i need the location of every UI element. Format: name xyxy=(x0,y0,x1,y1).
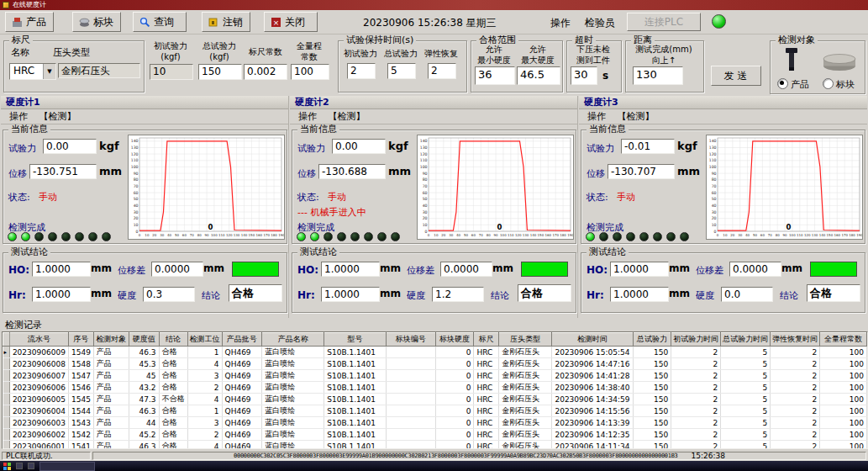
hardness-value[interactable]: 1.2 xyxy=(432,287,484,302)
displacement-value[interactable]: -130.688 xyxy=(318,164,386,179)
table-row[interactable]: 202309060061546产品43.2合格2QH469蓝白喷绘S10B.1.… xyxy=(3,382,867,394)
send-button[interactable]: 发送 xyxy=(711,66,761,86)
records-table-container[interactable]: 流水号序号检测对象硬度值结论检测工位产品批号产品名称型号标块编号标块硬度标尺压头… xyxy=(2,331,868,449)
app2-icon[interactable] xyxy=(28,463,34,469)
column-header[interactable]: 初试验力时间 xyxy=(671,333,721,347)
hr-value[interactable]: 1.0000 xyxy=(321,287,380,302)
table-row[interactable]: ▸202309060091549产品46.3合格1QH469蓝白喷绘S10B.1… xyxy=(3,347,867,358)
taskbar-item[interactable] xyxy=(39,462,95,471)
displacement-value[interactable]: -130.751 xyxy=(29,164,97,179)
title-bar: 在线硬度计 xyxy=(0,0,868,10)
column-header[interactable]: 检测对象 xyxy=(93,333,129,347)
min-hardness-value[interactable]: 36 xyxy=(475,66,515,85)
hold-f1-value[interactable]: 2 xyxy=(347,63,376,79)
force-value[interactable]: 0.00 xyxy=(43,139,97,154)
menu-detect[interactable]: 【检测】 xyxy=(39,111,76,122)
column-header[interactable]: 标尺 xyxy=(474,333,499,347)
ho-value[interactable]: 1.0000 xyxy=(610,262,669,277)
column-header[interactable]: 弹性恢复时间 xyxy=(771,333,820,347)
svg-text:20: 20 xyxy=(423,216,428,220)
table-row[interactable]: 202309060051545产品47.3不合格4QH469蓝白喷绘S10B.1… xyxy=(3,394,867,405)
column-header[interactable]: 结论 xyxy=(159,333,187,347)
menu-operation[interactable]: 操作 xyxy=(298,111,317,122)
initial-force-value[interactable]: 10 xyxy=(150,64,193,80)
distance-value[interactable]: 130 xyxy=(633,66,683,85)
radio-block[interactable]: 标块 xyxy=(823,78,855,91)
menu-operation[interactable]: 操作 xyxy=(587,111,606,122)
force-value[interactable]: 0.00 xyxy=(332,139,386,154)
hardness-value[interactable]: 0.0 xyxy=(721,287,773,302)
windows-logo-icon[interactable] xyxy=(3,463,11,470)
table-cell: 金刚石压头 xyxy=(499,417,552,429)
column-header[interactable]: 全量程常数 xyxy=(820,333,867,347)
column-header[interactable]: 产品名称 xyxy=(262,333,324,347)
table-cell: 0 xyxy=(435,429,474,441)
ho-value[interactable]: 1.0000 xyxy=(321,262,380,277)
hardness-value[interactable]: 0.3 xyxy=(143,287,195,302)
column-header[interactable]: 总试验力时间 xyxy=(721,333,771,347)
displacement-value[interactable]: -130.707 xyxy=(608,164,675,179)
status-lamp-on xyxy=(8,232,17,241)
hr-value[interactable]: 1.0000 xyxy=(610,287,669,302)
column-header[interactable]: 序号 xyxy=(68,333,93,347)
pass-indicator xyxy=(232,262,279,277)
column-header[interactable]: 总试验力 xyxy=(633,333,671,347)
table-cell: HRC xyxy=(474,441,499,450)
column-header[interactable]: 流水号 xyxy=(9,333,68,347)
status-lamp-off xyxy=(88,232,97,241)
svg-text:20: 20 xyxy=(730,233,735,237)
diff-value[interactable]: 0.0000 xyxy=(440,262,492,277)
column-header[interactable]: 压头类型 xyxy=(499,333,552,347)
table-row[interactable]: 202309060041544产品46.3合格1QH469蓝白喷绘S10B.1.… xyxy=(3,405,867,417)
close-button[interactable]: × 关闭 xyxy=(264,12,318,32)
scale-const-value[interactable]: 0.002 xyxy=(244,64,287,80)
hold-f2-value[interactable]: 5 xyxy=(387,63,416,79)
column-header[interactable]: 型号 xyxy=(324,333,386,347)
ho-value[interactable]: 1.0000 xyxy=(32,262,91,277)
table-cell: HRC xyxy=(474,417,499,429)
column-header[interactable]: 检测时间 xyxy=(552,333,633,347)
product-button[interactable]: 产品 xyxy=(5,12,54,32)
table-cell: S10B.1.1401 xyxy=(324,417,386,429)
column-header[interactable]: 检测工位 xyxy=(187,333,222,347)
timeout-value[interactable]: 30 xyxy=(571,66,597,85)
table-row[interactable]: 202309060031543产品44合格3QH469蓝白喷绘S10B.1.14… xyxy=(3,417,867,429)
svg-text:80: 80 xyxy=(197,233,203,237)
column-header[interactable]: 标块硬度 xyxy=(435,333,474,347)
column-header[interactable]: 产品批号 xyxy=(222,333,262,347)
column-header[interactable]: 标块编号 xyxy=(386,333,435,347)
table-row[interactable]: 202309060081548产品45.3合格4QH469蓝白喷绘S10B.1.… xyxy=(3,358,867,370)
menu-detect[interactable]: 【检测】 xyxy=(618,111,655,122)
connect-plc-button[interactable]: 连接PLC xyxy=(627,13,701,31)
block-button[interactable]: 标块 xyxy=(72,12,121,32)
max-hardness-value[interactable]: 46.5 xyxy=(517,66,560,85)
ho-unit: mm xyxy=(669,262,690,274)
full-scale-const-value[interactable]: 100 xyxy=(291,64,329,80)
table-cell xyxy=(386,358,435,370)
table-row[interactable]: 202309060021542产品45.2合格2QH469蓝白喷绘S10B.1.… xyxy=(3,429,867,441)
table-row[interactable]: 202309060071547产品45合格3QH469蓝白喷绘S10B.1.14… xyxy=(3,370,867,382)
table-cell: 0 xyxy=(435,417,474,429)
menu-operation[interactable]: 操作 xyxy=(9,111,28,122)
svg-text:70: 70 xyxy=(423,184,428,188)
svg-text:90: 90 xyxy=(494,233,499,237)
app1-icon[interactable] xyxy=(16,463,23,469)
table-cell: 2 xyxy=(671,370,721,382)
table-cell: 20230906008 xyxy=(9,358,68,370)
scale-name-select[interactable]: HRC ▼ xyxy=(9,63,56,80)
logout-button[interactable]: 注销 xyxy=(202,12,250,32)
table-row[interactable]: 202309060011541产品46.3合格4QH469蓝白喷绘S10B.1.… xyxy=(3,441,867,450)
hold-f3-value[interactable]: 2 xyxy=(428,63,456,79)
hr-value[interactable]: 1.0000 xyxy=(32,287,91,302)
column-header[interactable]: 硬度值 xyxy=(129,333,159,347)
table-cell: 不合格 xyxy=(159,394,187,405)
status-lamp-off xyxy=(364,232,373,241)
diff-value[interactable]: 0.0000 xyxy=(729,262,781,277)
query-button[interactable]: 查询 xyxy=(133,12,187,32)
chevron-down-icon[interactable]: ▼ xyxy=(43,64,55,79)
diff-value[interactable]: 0.0000 xyxy=(151,262,203,277)
total-force-value[interactable]: 150 xyxy=(198,64,242,80)
force-value[interactable]: -0.01 xyxy=(621,139,675,154)
menu-detect[interactable]: 【检测】 xyxy=(329,111,366,122)
radio-product[interactable]: 产品 xyxy=(777,78,809,91)
